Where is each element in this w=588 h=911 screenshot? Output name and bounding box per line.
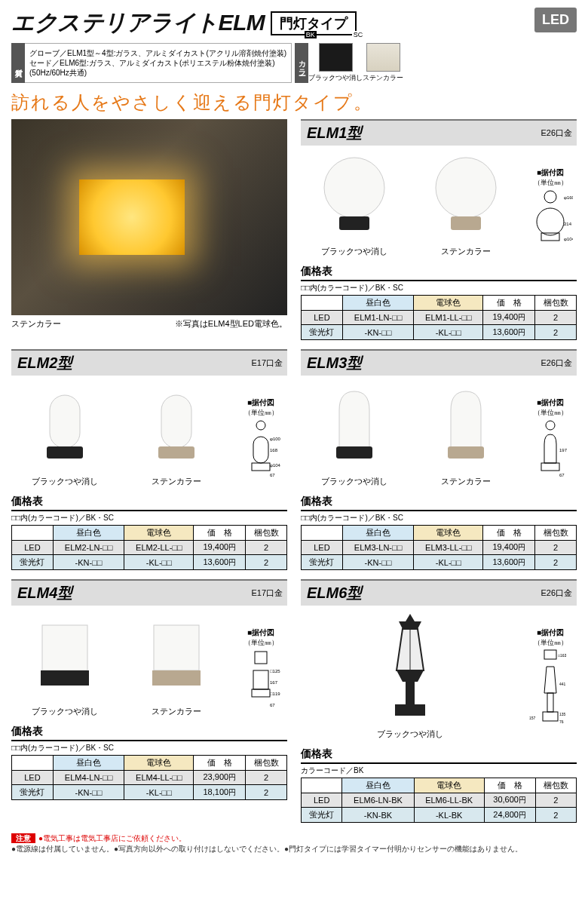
svg-rect-43 (543, 712, 558, 721)
svg-text:135: 135 (559, 712, 566, 716)
svg-point-4 (544, 191, 556, 203)
price-table-elm3: 昼白色電球色価 格梱包数 LEDELM3-LN-□□ELM3-LL-□□19,4… (301, 525, 577, 570)
svg-point-2 (436, 158, 496, 218)
model-title: ELM1型 (301, 121, 541, 146)
svg-text:□125: □125 (270, 669, 280, 673)
lamp-cube-bk-icon (27, 610, 103, 701)
notice-line2: ●電源線は付属していません。●写真方向以外への取り付けはしないでください。●門灯… (11, 844, 577, 854)
diagram-elm4-icon: □125 167 □119 67 (238, 648, 283, 716)
swatch-bk: BK (319, 43, 353, 72)
svg-rect-41 (544, 650, 556, 659)
material-line3: (50Hz/60Hz共通) (29, 68, 286, 78)
price-table-elm6: 昼白色電球色価 格梱包数 LEDELM6-LN-BKELM6-LL-BK30,6… (301, 778, 577, 823)
svg-text:76: 76 (559, 719, 564, 724)
price-table-elm4: 昼白色電球色価 格梱包数 LEDELM4-LN-□□ELM4-LL-□□23,9… (11, 755, 287, 800)
svg-text:φ104: φ104 (564, 237, 573, 241)
svg-rect-11 (47, 446, 83, 459)
material-line1: グローブ／ELM1型～4型:ガラス、アルミダイカスト(アクリル溶剤焼付塗装) (29, 48, 286, 58)
material-line2: セード／ELM6型:ガラス、アルミダイカスト(ポリエステル粉体焼付塗装) (29, 58, 286, 68)
svg-text:157: 157 (529, 716, 536, 720)
swatch-bk-name: ブラックつや消し (308, 73, 363, 83)
hero-image (11, 119, 287, 315)
notice-badge: 注意 (11, 833, 35, 843)
svg-point-14 (256, 421, 265, 430)
model-elm4: ELM4型 E17口金 ブラックつや消し ステンカラー (11, 579, 287, 823)
svg-rect-6 (541, 233, 559, 241)
svg-rect-33 (252, 689, 270, 697)
lamp-dome-sc-icon (428, 380, 504, 471)
svg-text:214: 214 (564, 222, 572, 226)
swatch-sc-name: ステンカラー (363, 73, 403, 83)
lamp-sphere-bk-icon (317, 150, 392, 241)
diagram-elm1-icon: φ160 214 φ104 (528, 188, 573, 256)
svg-text:67: 67 (270, 703, 275, 707)
hero-lamp-glow (79, 179, 185, 255)
svg-point-23 (546, 421, 555, 430)
svg-rect-1 (339, 216, 369, 230)
model-elm6: ELM6型 E26口金 ブラックつや消し (301, 579, 577, 823)
svg-rect-39 (406, 682, 415, 704)
svg-point-5 (537, 208, 564, 235)
page-title: エクステリアライトELM (11, 8, 265, 38)
svg-rect-24 (541, 463, 559, 471)
svg-rect-29 (154, 625, 199, 670)
svg-rect-10 (50, 395, 80, 448)
model-elm1: ELM1型 E26口金 ブラックつや消し ステンカラー (301, 119, 577, 340)
diagram-elm3-icon: 197 67 (528, 418, 573, 486)
svg-rect-22 (448, 446, 484, 459)
lamp-sphere-sc-icon (428, 150, 504, 241)
svg-rect-27 (42, 625, 87, 670)
svg-point-0 (324, 158, 384, 218)
svg-text:φ104: φ104 (270, 463, 281, 468)
svg-rect-40 (395, 704, 425, 716)
svg-rect-3 (451, 216, 481, 230)
svg-text:67: 67 (270, 473, 275, 477)
model-elm2: ELM2型 E17口金 ブラックつや消し ステンカラー (11, 349, 287, 570)
color-label: カラー (295, 43, 308, 83)
svg-text:φ100: φ100 (270, 437, 281, 441)
swatch-sc: SC (366, 43, 400, 72)
header-bar: エクステリアライトELM 門灯タイプ LED (11, 8, 577, 38)
svg-rect-15 (253, 437, 268, 463)
diagram-elm2-icon: φ100 168 φ104 67 (238, 418, 283, 486)
diagram-elm6-icon: □163 441 135 76 157 (528, 648, 573, 738)
price-table-elm2: 昼白色電球色価 格梱包数 LEDELM2-LN-□□ELM2-LL-□□19,4… (11, 525, 287, 570)
hero-caption-right: ※写真はELM4型LED電球色。 (175, 318, 287, 330)
lamp-cylinder-bk-icon (27, 380, 103, 471)
material-label: 材質 (11, 43, 25, 83)
notice-block: 注意●電気工事は電気工事店にご依頼ください。 ●電源線は付属していません。●写真… (11, 833, 577, 854)
price-table-elm1: 昼白色電球色価 格梱包数 LEDELM1-LN-□□ELM1-LL-□□19,4… (301, 295, 577, 340)
material-row: 材質 グローブ／ELM1型～4型:ガラス、アルミダイカスト(アクリル溶剤焼付塗装… (11, 43, 577, 83)
svg-rect-42 (547, 693, 553, 712)
svg-text:167: 167 (270, 680, 278, 685)
socket-label: E26口金 (541, 127, 577, 139)
hero-caption-left: ステンカラー (11, 318, 61, 330)
svg-rect-13 (158, 446, 194, 459)
model-elm3: ELM3型 E26口金 ブラックつや消し ステンカラー (301, 349, 577, 570)
notice-line1: ●電気工事は電気工事店にご依頼ください。 (38, 834, 186, 842)
svg-text:197: 197 (559, 448, 568, 452)
svg-rect-16 (252, 463, 270, 471)
lamp-cylinder-sc-icon (139, 380, 214, 471)
svg-text:168: 168 (270, 448, 278, 452)
lamp-cube-sc-icon (139, 610, 214, 701)
svg-rect-32 (253, 670, 268, 689)
svg-text:□163: □163 (558, 653, 567, 658)
hero-block: ステンカラー ※写真はELM4型LED電球色。 (11, 119, 287, 340)
svg-rect-28 (41, 670, 89, 686)
svg-rect-12 (161, 395, 191, 448)
svg-text:φ160: φ160 (564, 195, 573, 200)
lamp-lantern-bk-icon (372, 610, 448, 723)
svg-text:67: 67 (559, 473, 565, 477)
tagline: 訪れる人をやさしく迎える門灯タイプ。 (11, 90, 577, 115)
svg-rect-21 (336, 446, 372, 459)
led-badge: LED (534, 8, 577, 32)
svg-rect-31 (255, 652, 267, 664)
lamp-dome-bk-icon (317, 380, 392, 471)
svg-text:□119: □119 (270, 692, 280, 696)
svg-rect-30 (152, 670, 201, 686)
svg-text:441: 441 (559, 682, 566, 686)
